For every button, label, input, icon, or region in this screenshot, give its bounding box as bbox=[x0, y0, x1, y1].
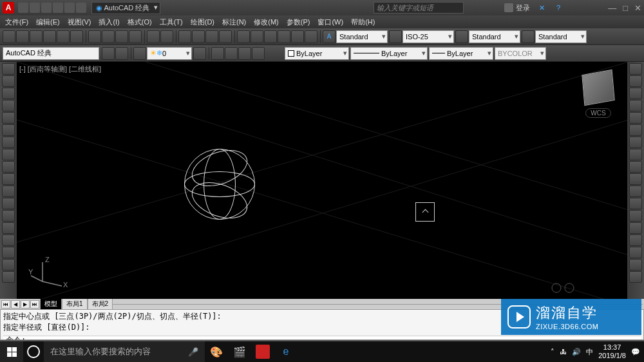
sheet-set-button[interactable] bbox=[278, 30, 290, 43]
ellipse-arc-tool[interactable] bbox=[2, 161, 15, 173]
polyline-tool[interactable] bbox=[2, 75, 15, 87]
save-icon[interactable] bbox=[41, 3, 52, 13]
break-tool[interactable] bbox=[629, 198, 642, 209]
hatch-tool[interactable] bbox=[2, 210, 15, 222]
save-button[interactable] bbox=[30, 30, 43, 43]
task-edge-icon[interactable]: e bbox=[274, 341, 298, 362]
new-button[interactable] bbox=[3, 30, 15, 43]
dim-icon[interactable] bbox=[389, 30, 402, 43]
redo-icon[interactable] bbox=[76, 3, 86, 13]
gap-tool[interactable] bbox=[2, 271, 15, 283]
explode-tool[interactable] bbox=[629, 247, 642, 258]
tray-chevron-icon[interactable]: ˄ bbox=[551, 348, 554, 356]
print-icon[interactable] bbox=[53, 3, 63, 13]
cortana-icon[interactable] bbox=[27, 345, 40, 358]
menu-annotate[interactable]: 标注(N) bbox=[222, 17, 246, 27]
close-button[interactable]: ✕ bbox=[634, 3, 641, 13]
task-movies-icon[interactable]: 🎬 bbox=[228, 341, 251, 362]
rotate-tool[interactable] bbox=[629, 137, 642, 148]
wcs-label[interactable]: WCS bbox=[585, 108, 611, 118]
taskbar-clock[interactable]: 13:37 2019/1/8 bbox=[598, 343, 626, 360]
search-input[interactable]: 输入关键字或短语 bbox=[374, 2, 464, 14]
workspace-select[interactable]: AutoCAD 经典 bbox=[3, 47, 99, 60]
tray-ime-icon[interactable]: 中 bbox=[586, 347, 593, 357]
layer-off-button[interactable] bbox=[238, 47, 251, 60]
drawing-canvas[interactable]: [-] [西南等轴测] [二维线框] bbox=[17, 62, 627, 299]
dim-style-dropdown[interactable]: ISO-25 bbox=[402, 30, 454, 43]
calc-button[interactable] bbox=[305, 30, 317, 43]
spline-tool[interactable] bbox=[2, 137, 15, 148]
rect-tool[interactable] bbox=[2, 100, 15, 111]
stretch-tool[interactable] bbox=[629, 161, 642, 173]
prev-layer-button[interactable] bbox=[211, 47, 224, 60]
login-area[interactable]: 登录 ✕ ? bbox=[504, 3, 560, 13]
table-icon[interactable] bbox=[455, 30, 468, 43]
tab-first-button[interactable]: ⏮ bbox=[1, 300, 10, 309]
menu-help[interactable]: 帮助(H) bbox=[351, 17, 375, 27]
table-style-dropdown[interactable]: Standard bbox=[469, 30, 520, 43]
offset-tool[interactable] bbox=[629, 100, 642, 111]
start-button[interactable] bbox=[0, 341, 23, 362]
exchange-icon[interactable]: ✕ bbox=[539, 4, 545, 12]
ucs-icon[interactable]: Z X Y bbox=[30, 259, 68, 292]
join-tool[interactable] bbox=[629, 210, 642, 222]
layer-iso-button[interactable] bbox=[225, 47, 238, 60]
maximize-button[interactable]: □ bbox=[623, 3, 628, 13]
tab-layout2[interactable]: 布局2 bbox=[88, 298, 113, 310]
tool-palette-button[interactable] bbox=[264, 30, 277, 43]
ml-icon[interactable] bbox=[522, 30, 535, 43]
app-icon[interactable]: A bbox=[3, 2, 14, 14]
nav-bar[interactable] bbox=[550, 282, 582, 295]
task-autocad-icon[interactable] bbox=[256, 345, 270, 359]
copy-tool[interactable] bbox=[629, 75, 642, 87]
extend-tool[interactable] bbox=[629, 186, 642, 197]
open-icon[interactable] bbox=[30, 3, 40, 13]
menu-window[interactable]: 窗口(W) bbox=[317, 17, 343, 27]
menu-format[interactable]: 格式(O) bbox=[128, 17, 152, 27]
ws-settings-button[interactable] bbox=[102, 47, 115, 60]
cut-button[interactable] bbox=[88, 30, 101, 43]
tray-volume-icon[interactable]: 🔊 bbox=[572, 348, 581, 356]
tab-next-button[interactable]: ▶ bbox=[21, 300, 30, 309]
menu-draw[interactable]: 绘图(D) bbox=[191, 17, 214, 27]
lineweight-dropdown[interactable]: ByLayer bbox=[429, 47, 493, 60]
match-button[interactable] bbox=[129, 30, 142, 43]
extra-tool-1[interactable] bbox=[629, 259, 642, 271]
markup-button[interactable] bbox=[291, 30, 304, 43]
menu-tools[interactable]: 工具(T) bbox=[160, 17, 183, 27]
color-dropdown[interactable]: ByLayer bbox=[285, 47, 349, 60]
mtext-tool[interactable] bbox=[2, 259, 15, 271]
ml-style-dropdown[interactable]: Standard bbox=[535, 30, 587, 43]
print-button[interactable] bbox=[43, 30, 56, 43]
point-tool[interactable] bbox=[2, 198, 15, 209]
taskbar-search[interactable]: 在这里输入你要搜索的内容 🎤 bbox=[44, 341, 205, 362]
pan-button[interactable] bbox=[178, 30, 191, 43]
action-center-icon[interactable]: 💬 bbox=[631, 348, 640, 356]
zoom-button[interactable] bbox=[192, 30, 205, 43]
layer-states-button[interactable] bbox=[193, 47, 206, 60]
menu-modify[interactable]: 修改(M) bbox=[254, 17, 279, 27]
move-tool[interactable] bbox=[629, 124, 642, 136]
paste-button[interactable] bbox=[115, 30, 128, 43]
make-block-tool[interactable] bbox=[2, 186, 15, 197]
publish-button[interactable] bbox=[70, 30, 83, 43]
mic-icon[interactable]: 🎤 bbox=[188, 347, 198, 357]
fillet-tool[interactable] bbox=[629, 234, 642, 246]
plotstyle-dropdown[interactable]: BYCOLOR bbox=[495, 47, 546, 60]
preview-button[interactable] bbox=[57, 30, 70, 43]
menu-view[interactable]: 视图(V) bbox=[68, 17, 91, 27]
tray-network-icon[interactable]: 🖧 bbox=[560, 348, 567, 356]
region-tool[interactable] bbox=[2, 234, 15, 246]
zoom-window-button[interactable] bbox=[219, 30, 232, 43]
tab-layout1[interactable]: 布局1 bbox=[62, 298, 88, 310]
help-icon[interactable]: ? bbox=[556, 4, 560, 12]
menu-file[interactable]: 文件(F) bbox=[5, 17, 28, 27]
tab-model[interactable]: 模型 bbox=[40, 298, 62, 310]
insert-block-tool[interactable] bbox=[2, 173, 15, 185]
minimize-button[interactable]: — bbox=[608, 3, 616, 13]
chamfer-tool[interactable] bbox=[629, 222, 642, 234]
new-icon[interactable] bbox=[18, 3, 28, 13]
workspace-dropdown[interactable]: ◉ AutoCAD 经典 bbox=[91, 2, 160, 14]
menu-edit[interactable]: 编辑(E) bbox=[36, 17, 60, 27]
arc-tool[interactable] bbox=[2, 112, 15, 124]
